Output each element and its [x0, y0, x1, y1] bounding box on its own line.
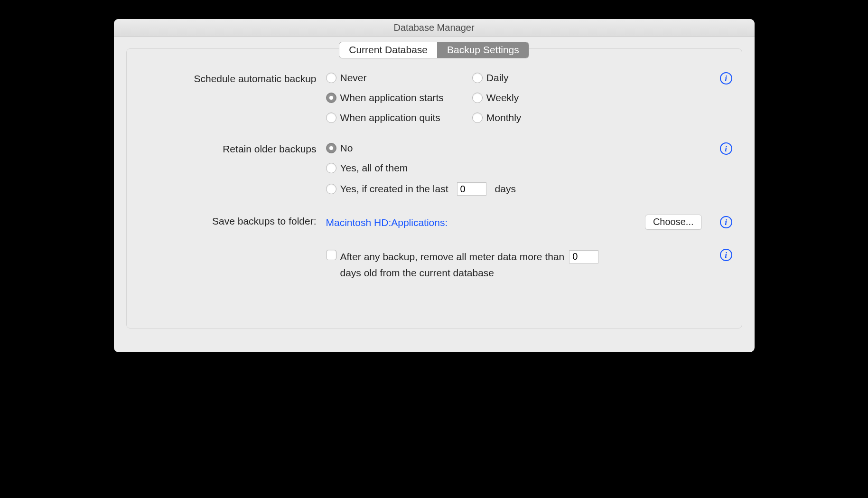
tab-backup-settings[interactable]: Backup Settings [437, 42, 529, 58]
info-icon[interactable]: i [720, 216, 732, 228]
backup-folder-path: Macintosh HD:Applications: [326, 216, 645, 228]
info-icon[interactable]: i [720, 142, 732, 155]
row-remove-meter-data: After any backup, remove all meter data … [127, 249, 742, 281]
remove-meter-data-checkbox[interactable] [326, 250, 336, 260]
radio-retain-yes-all[interactable]: Yes, all of them [326, 162, 713, 174]
window-titlebar: Database Manager [114, 19, 755, 37]
radio-when-app-starts[interactable]: When application starts [326, 92, 444, 103]
radio-indicator [326, 93, 336, 103]
database-manager-window: Database Manager Current Database Backup… [114, 19, 755, 352]
label-retain-backups: Retain older backups [136, 142, 326, 155]
radio-retain-no[interactable]: No [326, 142, 713, 154]
window-content: Current Database Backup Settings Schedul… [114, 37, 755, 352]
radio-label: When application starts [340, 92, 444, 103]
retain-days-input[interactable] [457, 182, 486, 196]
radio-when-app-quits[interactable]: When application quits [326, 112, 444, 123]
radio-indicator [472, 93, 483, 103]
radio-label-suffix: days [495, 183, 516, 195]
radio-indicator [326, 163, 336, 173]
radio-label-prefix: Yes, if created in the last [340, 183, 448, 195]
radio-daily[interactable]: Daily [472, 72, 522, 84]
radio-indicator [326, 73, 336, 83]
info-icon[interactable]: i [720, 72, 732, 85]
remove-meter-days-input[interactable] [569, 250, 598, 263]
row-schedule-backup: Schedule automatic backup Never [127, 72, 742, 123]
radio-label: When application quits [340, 112, 440, 123]
tab-current-database[interactable]: Current Database [339, 42, 437, 58]
row-retain-backups: Retain older backups No Yes, all of them [127, 142, 742, 196]
settings-panel: Current Database Backup Settings Schedul… [126, 48, 742, 329]
remove-meter-data-label: After any backup, remove all meter data … [340, 249, 682, 281]
radio-label: Monthly [486, 112, 522, 123]
info-icon[interactable]: i [720, 249, 732, 261]
label-schedule-backup: Schedule automatic backup [136, 72, 326, 85]
choose-folder-button[interactable]: Choose... [645, 215, 702, 230]
remove-meter-prefix: After any backup, remove all meter data … [340, 249, 565, 265]
radio-label: Weekly [486, 92, 519, 103]
remove-meter-suffix: days old from the current database [340, 265, 495, 281]
tab-segmented-control: Current Database Backup Settings [339, 42, 529, 58]
radio-indicator [472, 73, 483, 83]
radio-indicator [326, 143, 336, 153]
row-save-folder: Save backups to folder: Macintosh HD:App… [127, 215, 742, 230]
radio-label: Yes, all of them [340, 162, 408, 174]
tabbar: Current Database Backup Settings [127, 42, 742, 58]
radio-never[interactable]: Never [326, 72, 444, 84]
radio-indicator [326, 184, 336, 194]
radio-label: Never [340, 72, 367, 84]
radio-label: No [340, 142, 353, 154]
window-title: Database Manager [393, 22, 474, 33]
label-save-folder: Save backups to folder: [136, 215, 326, 227]
radio-retain-yes-days[interactable]: Yes, if created in the last days [326, 182, 713, 196]
radio-label: Daily [486, 72, 509, 84]
radio-weekly[interactable]: Weekly [472, 92, 522, 103]
radio-indicator [472, 113, 483, 123]
radio-monthly[interactable]: Monthly [472, 112, 522, 123]
radio-indicator [326, 113, 336, 123]
